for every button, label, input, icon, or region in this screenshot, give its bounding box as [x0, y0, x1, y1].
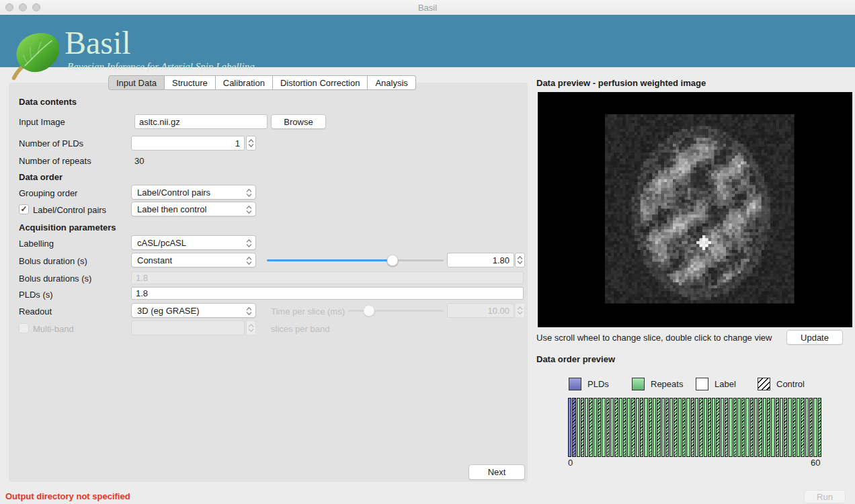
order-bar: [708, 398, 711, 457]
order-bar: [669, 398, 673, 457]
update-button[interactable]: Update: [786, 330, 843, 345]
order-bar: [788, 398, 791, 457]
order-bar: [568, 398, 571, 457]
order-bar: [678, 398, 682, 457]
grouping-order-value: Label/Control pairs: [137, 187, 210, 198]
order-bar: [657, 398, 660, 457]
order-bar: [771, 398, 774, 457]
bolus-duration-stepper[interactable]: [515, 253, 525, 267]
order-bar: [750, 398, 754, 457]
num-plds-field[interactable]: [131, 136, 245, 151]
order-bar: [610, 398, 614, 457]
order-bar: [695, 398, 698, 457]
num-plds-stepper[interactable]: [246, 136, 256, 151]
order-bar: [627, 398, 630, 457]
app-title: Basil: [65, 27, 131, 59]
legend-label-control: Control: [776, 379, 805, 389]
order-bar: [792, 398, 796, 457]
order-bar: [661, 398, 665, 457]
multiband-stepper: [246, 321, 256, 335]
order-bar: [801, 398, 804, 457]
time-per-slice-label: Time per slice (ms): [271, 306, 345, 317]
labelling-select[interactable]: cASL/pcASL: [131, 235, 256, 250]
updown-chevrons-icon: [246, 239, 252, 248]
order-bar: [572, 398, 575, 457]
num-repeats-value: 30: [134, 156, 144, 166]
axis-min-label: 0: [568, 458, 573, 468]
order-bar: [636, 398, 639, 457]
browse-button[interactable]: Browse: [271, 114, 326, 129]
legend-swatch-label: [696, 378, 708, 390]
order-bar: [704, 398, 707, 457]
tab-bar: Input Data Structure Calibration Distort…: [108, 75, 416, 90]
axis-max-label: 60: [811, 458, 820, 468]
tab-distortion-correction[interactable]: Distortion Correction: [273, 75, 368, 90]
bolus-duration-label: Bolus duration (s): [19, 256, 87, 266]
window-title: Basil: [0, 3, 855, 13]
updown-chevrons-icon: [517, 255, 523, 265]
order-bar: [653, 398, 656, 457]
updown-chevrons-icon: [248, 323, 254, 333]
order-bar: [674, 398, 677, 457]
num-plds-label: Number of PLDs: [19, 138, 83, 149]
order-bar: [729, 398, 732, 457]
updown-chevrons-icon: [517, 306, 523, 315]
preview-hint: Use scroll wheel to change slice, double…: [536, 333, 772, 343]
tab-calibration[interactable]: Calibration: [216, 75, 273, 90]
order-bar: [665, 398, 669, 457]
order-bar: [737, 398, 741, 457]
slider-knob[interactable]: [386, 255, 398, 266]
order-bar: [606, 398, 610, 457]
app-header: Basil Bayesian Inference for Arterial Sp…: [0, 15, 855, 67]
order-bar: [809, 398, 813, 457]
next-button[interactable]: Next: [469, 464, 525, 480]
bolus-duration-value-field[interactable]: [447, 253, 514, 267]
order-bar: [589, 398, 592, 457]
perfusion-image-canvas[interactable]: [538, 92, 852, 327]
updown-chevrons-icon: [248, 138, 254, 148]
legend-label-plds: PLDs: [587, 379, 609, 389]
order-bar: [619, 398, 622, 457]
readout-label: Readout: [19, 306, 52, 317]
plds-field[interactable]: [131, 287, 524, 300]
tab-input-data[interactable]: Input Data: [108, 75, 165, 90]
order-bar: [614, 398, 618, 457]
label-control-order-value: Label then control: [137, 204, 206, 214]
legend-label-label: Label: [715, 379, 736, 389]
num-repeats-label: Number of repeats: [19, 156, 91, 166]
bolus-duration-slider[interactable]: [267, 253, 444, 267]
legend-swatch-control: [758, 378, 770, 390]
data-order-heading: Data order: [19, 172, 63, 182]
input-image-field[interactable]: [134, 114, 268, 129]
order-bar: [631, 398, 635, 457]
order-bar: [725, 398, 728, 457]
order-bar: [640, 398, 643, 457]
updown-chevrons-icon: [246, 306, 252, 316]
order-bar: [813, 398, 817, 457]
label-control-pairs-checkbox[interactable]: [19, 204, 29, 214]
grouping-order-select[interactable]: Label/Control pairs: [131, 185, 256, 200]
tab-analysis[interactable]: Analysis: [368, 75, 415, 90]
data-order-preview-title: Data order preview: [536, 354, 615, 364]
label-control-pairs-label: Label/Control pairs: [33, 205, 106, 215]
multiband-label: Multi-band: [33, 324, 74, 334]
perfusion-image-frame: [538, 92, 852, 327]
order-bar: [577, 398, 580, 457]
updown-chevrons-icon: [246, 188, 252, 198]
order-bar: [754, 398, 758, 457]
time-per-slice-value-field: [447, 303, 514, 318]
order-bar: [594, 398, 597, 457]
bolus-durations-field: [131, 271, 524, 284]
order-bar: [644, 398, 647, 457]
label-control-order-select[interactable]: Label then control: [131, 202, 256, 216]
bolus-durations-label: Bolus durations (s): [19, 274, 91, 284]
acquisition-heading: Acquisition parameters: [19, 222, 116, 233]
window-titlebar: Basil: [0, 0, 855, 15]
readout-select[interactable]: 3D (eg GRASE): [131, 303, 256, 318]
input-data-panel: Data contents Input Image Browse Number …: [9, 83, 528, 482]
order-bar: [784, 398, 787, 457]
bolus-duration-mode-select[interactable]: Constant: [131, 253, 256, 267]
tab-structure[interactable]: Structure: [165, 75, 216, 90]
order-bar: [712, 398, 715, 457]
order-bar: [733, 398, 737, 457]
